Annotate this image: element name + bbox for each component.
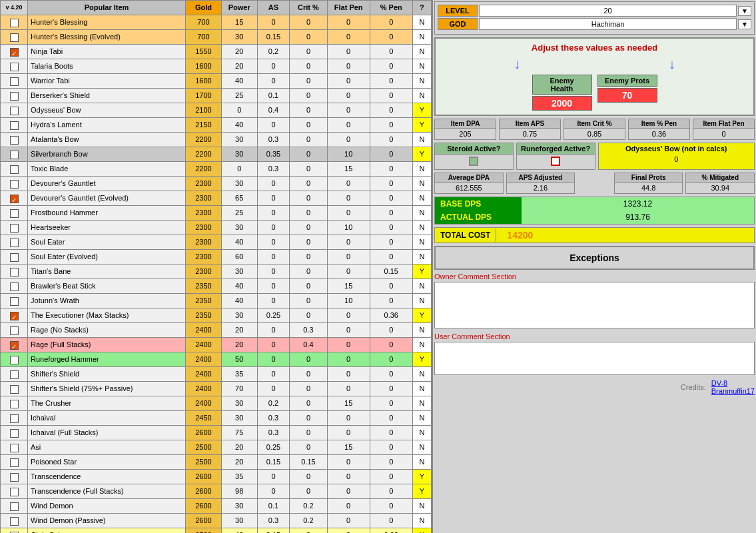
item-checkbox-cell[interactable]	[1, 250, 28, 265]
item-checkbox-cell[interactable]	[1, 396, 28, 411]
item-checkbox-cell[interactable]	[1, 235, 28, 250]
item-checkbox[interactable]	[10, 268, 19, 276]
item-as: 0.15	[257, 455, 290, 470]
item-checkbox-cell[interactable]	[1, 470, 28, 484]
item-checkbox-cell[interactable]	[1, 426, 28, 440]
item-checkbox-cell[interactable]	[1, 440, 28, 455]
item-checkbox[interactable]	[10, 253, 19, 262]
item-checkbox-cell[interactable]	[1, 133, 28, 147]
item-checkbox[interactable]	[10, 400, 19, 408]
runeforged-checkbox[interactable]	[517, 155, 595, 169]
item-checkbox[interactable]	[10, 136, 19, 145]
item-checkbox-cell[interactable]	[1, 338, 28, 352]
item-checkbox-cell[interactable]	[1, 367, 28, 382]
item-checkbox[interactable]	[10, 282, 19, 291]
item-power: 0	[221, 162, 257, 177]
item-checkbox-cell[interactable]	[1, 206, 28, 221]
item-checkbox[interactable]	[10, 180, 19, 189]
item-checkbox[interactable]	[10, 224, 19, 233]
item-checkbox[interactable]	[10, 107, 19, 115]
item-checkbox[interactable]	[10, 63, 19, 71]
item-checkbox-cell[interactable]	[1, 103, 28, 118]
item-checkbox[interactable]	[10, 312, 19, 320]
item-checkbox-cell[interactable]	[1, 162, 28, 177]
item-checkbox[interactable]	[10, 209, 19, 218]
item-checkbox[interactable]	[10, 370, 19, 379]
item-checkbox-cell[interactable]	[1, 411, 28, 426]
item-checkbox-cell[interactable]	[1, 352, 28, 367]
item-checkbox-cell[interactable]	[1, 191, 28, 206]
runeforged-cb-icon[interactable]	[551, 157, 560, 166]
item-checkbox[interactable]	[10, 121, 19, 130]
credit-link-2[interactable]: Branmuffin17	[711, 387, 755, 395]
item-q: Y	[412, 308, 431, 323]
enemy-prots-value[interactable]: 70	[597, 88, 657, 103]
item-checkbox-cell[interactable]	[1, 294, 28, 308]
item-checkbox[interactable]	[10, 19, 19, 27]
owner-comment-box[interactable]	[434, 282, 755, 328]
item-checkbox[interactable]	[10, 458, 19, 467]
item-fpen: 0	[327, 15, 370, 30]
enemy-health-value[interactable]: 2000	[532, 96, 592, 111]
steroid-checkbox[interactable]	[435, 155, 513, 169]
item-ppen: 0	[370, 30, 412, 45]
item-checkbox-cell[interactable]	[1, 499, 28, 514]
item-checkbox[interactable]	[10, 488, 19, 496]
item-checkbox[interactable]	[10, 92, 19, 101]
exceptions-button[interactable]: Exceptions	[434, 246, 755, 270]
item-checkbox-cell[interactable]	[1, 74, 28, 89]
item-checkbox-cell[interactable]	[1, 455, 28, 470]
item-checkbox[interactable]	[10, 151, 19, 159]
item-checkbox-cell[interactable]	[1, 147, 28, 162]
item-checkbox[interactable]	[10, 517, 19, 526]
credit-link-1[interactable]: DV-8	[711, 379, 755, 387]
item-fpen: 10	[327, 294, 370, 308]
item-checkbox[interactable]	[10, 502, 19, 511]
item-checkbox-cell[interactable]	[1, 308, 28, 323]
item-checkbox[interactable]	[10, 195, 19, 203]
item-gold: 1700	[186, 89, 222, 103]
item-checkbox[interactable]	[10, 356, 19, 364]
item-ppen: 0	[370, 59, 412, 74]
item-checkbox-cell[interactable]	[1, 45, 28, 59]
item-crit: 0	[290, 147, 327, 162]
item-checkbox[interactable]	[10, 33, 19, 42]
item-checkbox[interactable]	[10, 473, 19, 482]
level-dropdown[interactable]: ▼	[738, 6, 751, 16]
item-checkbox-cell[interactable]	[1, 177, 28, 191]
item-checkbox[interactable]	[10, 48, 19, 57]
item-checkbox[interactable]	[10, 385, 19, 394]
item-checkbox[interactable]	[10, 444, 19, 452]
item-checkbox-cell[interactable]	[1, 528, 28, 534]
item-gold: 2500	[186, 440, 222, 455]
item-checkbox-cell[interactable]	[1, 279, 28, 294]
item-q: N	[412, 191, 431, 206]
steroid-cb-icon[interactable]	[469, 157, 478, 166]
item-checkbox-cell[interactable]	[1, 221, 28, 235]
item-checkbox[interactable]	[10, 297, 19, 306]
item-aps-label: Item APS	[500, 119, 560, 129]
item-checkbox-cell[interactable]	[1, 15, 28, 30]
god-dropdown[interactable]: ▼	[738, 19, 751, 29]
item-checkbox-cell[interactable]	[1, 89, 28, 103]
item-checkbox[interactable]	[10, 429, 19, 438]
item-checkbox-cell[interactable]	[1, 323, 28, 338]
item-checkbox[interactable]	[10, 414, 19, 423]
item-q: N	[412, 45, 431, 59]
user-comment-box[interactable]	[434, 342, 755, 375]
item-checkbox-cell[interactable]	[1, 59, 28, 74]
item-checkbox[interactable]	[10, 77, 19, 86]
item-checkbox-cell[interactable]	[1, 484, 28, 499]
item-checkbox[interactable]	[10, 326, 19, 335]
item-gold: 2700	[186, 528, 222, 534]
item-aps-val: 0.75	[500, 129, 560, 139]
item-checkbox-cell[interactable]	[1, 514, 28, 528]
item-checkbox-cell[interactable]	[1, 30, 28, 45]
final-prots-block: Final Prots 44.8	[614, 173, 683, 194]
item-checkbox[interactable]	[10, 165, 19, 174]
item-checkbox[interactable]	[10, 239, 19, 247]
item-checkbox[interactable]	[10, 341, 19, 350]
item-checkbox-cell[interactable]	[1, 382, 28, 396]
item-checkbox-cell[interactable]	[1, 118, 28, 133]
item-checkbox-cell[interactable]	[1, 265, 28, 279]
